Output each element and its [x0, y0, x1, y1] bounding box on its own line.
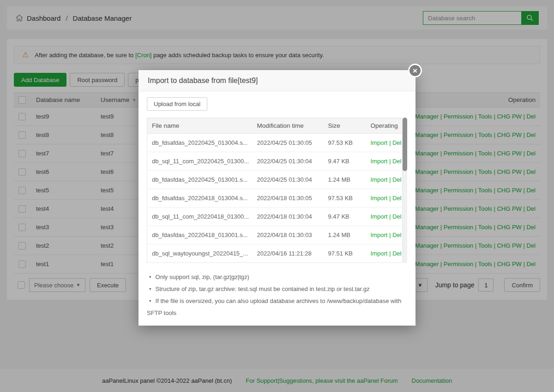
file-operating-cell: Import | Del [366, 152, 403, 171]
files-table-body: db_fdsafdas_20220425_013004.s... 2022/04… [147, 134, 403, 263]
file-row: db_fdasfdas_20220425_013001.s... 2022/04… [147, 171, 403, 189]
size-cell: 9.47 KB [324, 152, 366, 171]
note-text: If the file is oversized, you can also u… [147, 297, 401, 316]
backup-files-table-wrap: File name Modification time Size Operati… [147, 118, 407, 263]
modification-time-cell: 2022/04/18 01:30:04 [253, 208, 324, 226]
modal-notes: •Only support sql, zip, (tar.gz|gz|tgz) … [147, 271, 407, 319]
bullet-icon: • [149, 285, 151, 292]
size-cell: 1.24 MB [324, 171, 366, 189]
action-separator: | [387, 195, 392, 202]
close-button[interactable]: × [408, 64, 422, 77]
action-separator: | [387, 158, 392, 165]
column-modification-time: Modification time [253, 118, 324, 134]
import-link[interactable]: Import [371, 158, 388, 165]
modification-time-cell: 2022/04/25 01:30:04 [253, 171, 324, 189]
file-row: db_fdsafdas_20220425_013004.s... 2022/04… [147, 134, 403, 152]
backup-files-table: File name Modification time Size Operati… [147, 118, 403, 263]
file-operating-cell: Import | Del [366, 226, 403, 244]
action-separator: | [387, 139, 392, 146]
modal-title: Import to database from file[test9] [148, 77, 258, 85]
file-name-cell: db_sql_11_com_20220418_01300... [147, 208, 253, 226]
modal-scrollbar-track[interactable] [403, 118, 407, 263]
file-row: db_sql_11_com_20220418_01300... 2022/04/… [147, 208, 403, 226]
modification-time-cell: 2022/04/16 11:21:28 [253, 244, 324, 263]
modification-time-cell: 2022/04/18 01:30:03 [253, 226, 324, 244]
modal-body: Upload from local File name Modification… [138, 91, 416, 326]
file-del-link[interactable]: Del [392, 176, 402, 183]
file-operating-cell: Import | Del [366, 244, 403, 263]
size-cell: 97.53 KB [324, 189, 366, 208]
close-icon: × [413, 67, 417, 75]
file-del-link[interactable]: Del [392, 158, 402, 165]
note-text: Structure of zip, tar.gz archive: test.s… [156, 285, 370, 292]
file-name-cell: db_sql_waytoyoungst_20220415_... [147, 244, 253, 263]
modification-time-cell: 2022/04/25 01:30:04 [253, 152, 324, 171]
file-name-cell: db_fdasfdas_20220418_013001.s... [147, 226, 253, 244]
import-link[interactable]: Import [371, 232, 388, 238]
file-row: db_fdsafdas_20220418_013004.s... 2022/04… [147, 189, 403, 208]
action-separator: | [387, 213, 392, 220]
modification-time-cell: 2022/04/25 01:30:05 [253, 134, 324, 152]
bullet-icon: • [149, 273, 151, 280]
file-del-link[interactable]: Del [392, 195, 402, 202]
modal-header: Import to database from file[test9] [138, 70, 416, 91]
import-link[interactable]: Import [371, 195, 388, 202]
page: Dashboard / Database Manager ⚠ After add… [0, 0, 554, 392]
file-operating-cell: Import | Del [366, 189, 403, 208]
note-line: •If the file is oversized, you can also … [147, 295, 407, 319]
modification-time-cell: 2022/04/18 01:30:05 [253, 189, 324, 208]
file-name-cell: db_sql_11_com_20220425_01300... [147, 152, 253, 171]
file-name-cell: db_fdsafdas_20220418_013004.s... [147, 189, 253, 208]
upload-from-local-button[interactable]: Upload from local [147, 97, 207, 111]
file-operating-cell: Import | Del [366, 208, 403, 226]
import-link[interactable]: Import [371, 250, 388, 257]
file-name-cell: db_fdasfdas_20220425_013001.s... [147, 171, 253, 189]
import-link[interactable]: Import [371, 213, 388, 220]
bullet-icon: • [149, 297, 151, 304]
note-line: •Structure of zip, tar.gz archive: test.… [147, 283, 407, 295]
note-text: Only support sql, zip, (tar.gz|gz|tgz) [156, 273, 249, 280]
files-table-header: File name Modification time Size Operati… [147, 118, 403, 134]
file-name-cell: db_fdsafdas_20220425_013004.s... [147, 134, 253, 152]
file-del-link[interactable]: Del [392, 139, 402, 146]
file-del-link[interactable]: Del [392, 213, 402, 220]
action-separator: | [387, 250, 392, 257]
file-operating-cell: Import | Del [366, 171, 403, 189]
file-del-link[interactable]: Del [392, 232, 402, 238]
size-cell: 1.24 MB [324, 226, 366, 244]
column-operating: Operating [366, 118, 403, 134]
action-separator: | [387, 232, 392, 238]
import-database-modal: × Import to database from file[test9] Up… [138, 70, 416, 326]
size-cell: 97.51 KB [324, 244, 366, 263]
note-line: •Only support sql, zip, (tar.gz|gz|tgz) [147, 271, 407, 283]
file-operating-cell: Import | Del [366, 134, 403, 152]
file-row: db_sql_waytoyoungst_20220415_... 2022/04… [147, 244, 403, 263]
size-cell: 97.53 KB [324, 134, 366, 152]
import-link[interactable]: Import [371, 176, 388, 183]
file-del-link[interactable]: Del [392, 250, 402, 257]
size-cell: 9.47 KB [324, 208, 366, 226]
modal-scrollbar-thumb[interactable] [403, 118, 407, 171]
column-file-name: File name [147, 118, 253, 134]
import-link[interactable]: Import [371, 139, 388, 146]
file-row: db_fdasfdas_20220418_013001.s... 2022/04… [147, 226, 403, 244]
column-size: Size [324, 118, 366, 134]
action-separator: | [387, 176, 392, 183]
file-row: db_sql_11_com_20220425_01300... 2022/04/… [147, 152, 403, 171]
